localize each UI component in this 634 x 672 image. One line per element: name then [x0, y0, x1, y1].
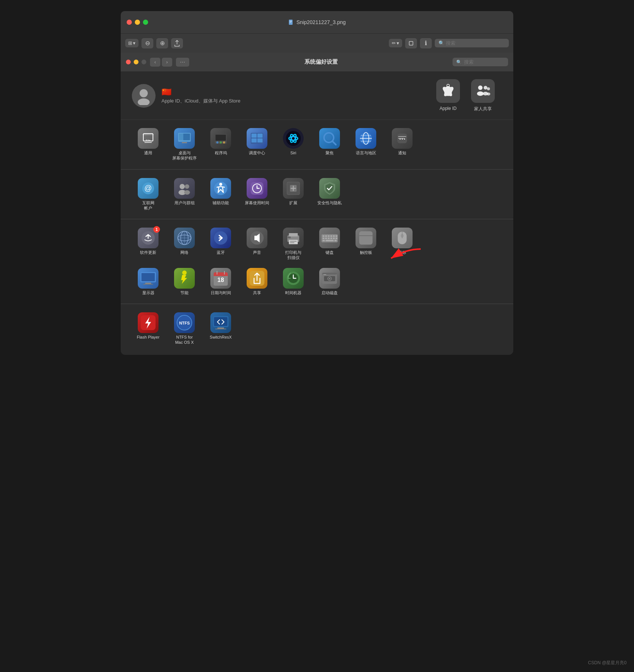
mission-icon — [247, 128, 267, 149]
user-right-icons: Apple ID 家人共享 — [436, 79, 495, 112]
pref-screen-time[interactable]: 屏幕使用时间 — [241, 176, 273, 213]
family-sharing-icon-item[interactable]: 家人共享 — [471, 79, 495, 112]
pref-battery[interactable]: 节能 — [168, 266, 201, 298]
pref-desktop[interactable]: 桌面与屏幕保护程序 — [168, 126, 201, 163]
search-input[interactable] — [446, 40, 505, 46]
svg-rect-21 — [183, 134, 190, 140]
datetime-label: 日期与时间 — [211, 290, 231, 295]
bluetooth-icon — [210, 228, 231, 248]
sidebar-toggle-button[interactable]: ⊞▾ — [125, 39, 139, 47]
svg-rect-73 — [289, 233, 298, 236]
syspref-titlebar: ‹ › ⋯ 系统偏好设置 🔍 — [121, 53, 513, 72]
syspref-minimize-button[interactable] — [134, 60, 139, 64]
svg-point-6 — [138, 98, 150, 105]
ntfs-icon: NTFS — [174, 312, 195, 333]
share-button[interactable] — [171, 38, 183, 48]
forward-button[interactable]: › — [162, 58, 172, 67]
pref-mission[interactable]: 调度中心 — [241, 126, 273, 163]
zoom-out-button[interactable]: ⊖ — [141, 38, 153, 48]
svg-point-12 — [487, 87, 490, 90]
pref-bluetooth[interactable]: 蓝牙 — [204, 225, 237, 263]
general-section: File 通用 — [121, 120, 513, 169]
syspref-close-button[interactable] — [126, 60, 131, 64]
pref-spotlight[interactable]: 聚焦 — [313, 126, 346, 163]
svg-rect-80 — [325, 235, 327, 237]
svg-rect-15 — [143, 134, 154, 135]
svg-rect-79 — [323, 235, 324, 237]
pref-mouse[interactable]: 鼠标 — [386, 225, 418, 263]
syspref-search-input[interactable] — [464, 59, 505, 65]
preview-titlebar: Snip20211227_3.png — [121, 11, 513, 33]
siri-label: Siri — [290, 150, 296, 155]
pref-keyboard[interactable]: 键盘 — [313, 225, 346, 263]
window-buttons — [127, 20, 148, 25]
svg-line-39 — [332, 141, 336, 145]
user-section: 🇨🇳 Apple ID、iCloud、媒体与 App Store Apple I… — [121, 72, 513, 120]
pref-lang[interactable]: 语言与地区 — [350, 126, 382, 163]
pref-access[interactable]: 辅助功能 — [204, 176, 237, 213]
syspref-window: ‹ › ⋯ 系统偏好设置 🔍 🇨🇳 Apple ID、iCloud、媒体与 Ap… — [121, 53, 513, 355]
svg-rect-90 — [336, 238, 337, 239]
svg-rect-75 — [290, 241, 297, 242]
pref-timemachine[interactable]: 时间机器 — [277, 266, 310, 298]
pref-extensions[interactable]: 扩展 — [277, 176, 310, 213]
svg-point-98 — [401, 234, 404, 238]
sharing-label: 共享 — [253, 290, 261, 295]
hardware-icons-grid: 1 软件更新 — [132, 225, 502, 263]
pref-internet[interactable]: @ 互联网帐户 — [132, 176, 164, 213]
back-button[interactable]: ‹ — [150, 58, 160, 67]
pref-notif[interactable]: ⋯ 通知 — [386, 126, 418, 163]
svg-rect-84 — [336, 235, 337, 237]
hardware-section: 1 软件更新 — [121, 219, 513, 304]
svg-rect-101 — [145, 283, 151, 284]
appleid-label: Apple ID — [440, 106, 457, 111]
screen-time-icon — [247, 178, 267, 199]
annotate-button[interactable]: ✏▾ — [389, 39, 402, 47]
user-avatar[interactable] — [132, 84, 156, 108]
pref-network[interactable]: 网络 — [168, 225, 201, 263]
access-label: 辅助功能 — [213, 200, 229, 205]
syspref-window-buttons — [126, 60, 146, 64]
pref-security[interactable]: 安全性与隐私 — [313, 176, 346, 213]
user-flag: 🇨🇳 — [161, 87, 430, 97]
pref-trackpad[interactable]: 触控板 — [350, 225, 382, 263]
svg-rect-17 — [144, 142, 152, 143]
svg-text:NTFS: NTFS — [179, 321, 190, 325]
pref-switchres[interactable]: SwitchResX — [204, 310, 237, 347]
maximize-button[interactable] — [143, 20, 148, 25]
pref-users[interactable]: 用户与群组 — [168, 176, 201, 213]
pref-ntfs[interactable]: NTFS NTFS forMac OS X — [168, 310, 201, 347]
pref-general[interactable]: File 通用 — [132, 126, 164, 163]
info-button[interactable]: ℹ — [420, 38, 432, 48]
svg-rect-126 — [215, 329, 226, 329]
switchres-icon — [210, 312, 231, 333]
pref-display[interactable]: 显示器 — [132, 266, 164, 298]
pref-sound[interactable]: 声音 — [241, 225, 273, 263]
pref-startup[interactable]: 启动磁盘 — [313, 266, 346, 298]
close-button[interactable] — [127, 20, 132, 25]
pref-printer[interactable]: 打印机与扫描仪 — [277, 225, 310, 263]
pref-sharing[interactable]: 共享 — [241, 266, 273, 298]
pref-dock[interactable]: 程序坞 — [204, 126, 237, 163]
syspref-nav-buttons: ‹ › — [150, 58, 172, 67]
pref-siri[interactable]: Siri — [277, 126, 310, 163]
appleid-icon-item[interactable]: Apple ID — [436, 79, 460, 112]
syspref-fullscreen-button[interactable] — [141, 60, 146, 64]
pref-datetime[interactable]: 18 日期与时间 — [204, 266, 237, 298]
datetime-icon: 18 — [210, 268, 231, 289]
grid-view-button[interactable]: ⋯ — [176, 58, 189, 67]
crop-button[interactable] — [405, 38, 417, 48]
extensions-icon — [283, 178, 304, 199]
svg-rect-106 — [214, 275, 228, 276]
user-subtitle: Apple ID、iCloud、媒体与 App Store — [161, 98, 430, 104]
pref-update[interactable]: 1 软件更新 — [132, 225, 164, 263]
svg-rect-76 — [290, 242, 294, 243]
sound-label: 声音 — [253, 250, 261, 255]
svg-point-103 — [182, 271, 187, 275]
pref-flash[interactable]: Flash Player — [132, 310, 164, 347]
svg-rect-33 — [257, 138, 263, 142]
svg-point-9 — [477, 91, 484, 96]
svg-rect-22 — [182, 142, 187, 143]
minimize-button[interactable] — [135, 20, 140, 25]
zoom-in-button[interactable]: ⊕ — [156, 38, 168, 48]
